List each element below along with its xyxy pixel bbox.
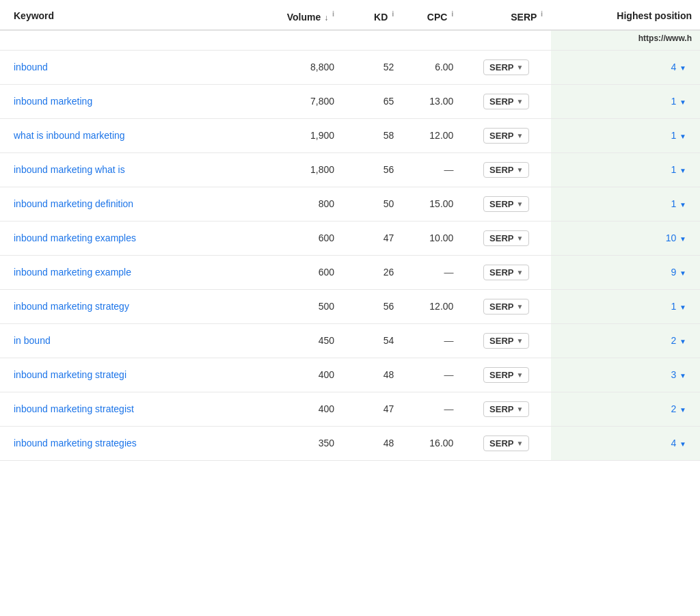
position-dropdown-icon[interactable]: ▼ (677, 440, 686, 448)
keyword-link[interactable]: inbound marketing strategist (14, 403, 134, 414)
position-dropdown-icon[interactable]: ▼ (677, 235, 686, 243)
position-dropdown-icon[interactable]: ▼ (677, 201, 686, 209)
keyword-link[interactable]: inbound marketing example (14, 267, 131, 278)
keyword-link[interactable]: inbound marketing definition (14, 198, 133, 209)
kd-cell: 26 (342, 255, 402, 289)
serp-button[interactable]: SERP▼ (483, 230, 529, 246)
cpc-info-icon: i (451, 10, 453, 18)
volume-cell: 350 (253, 426, 342, 460)
serp-label: SERP (489, 438, 513, 448)
position-value: 4 (671, 438, 677, 448)
serp-button[interactable]: SERP▼ (483, 401, 529, 417)
position-dropdown-icon[interactable]: ▼ (677, 64, 686, 72)
col-header-highest-position: Highest position (551, 0, 700, 30)
keyword-cell: inbound marketing strategi (0, 358, 253, 392)
serp-button[interactable]: SERP▼ (483, 196, 529, 212)
keyword-link[interactable]: inbound marketing what is (14, 164, 125, 175)
serp-button[interactable]: SERP▼ (483, 162, 529, 178)
serp-button[interactable]: SERP▼ (483, 59, 529, 75)
serp-label: SERP (489, 62, 513, 72)
serp-cell: SERP▼ (461, 118, 551, 152)
volume-cell: 400 (253, 392, 342, 426)
cpc-cell: 10.00 (402, 221, 461, 255)
serp-button[interactable]: SERP▼ (483, 265, 529, 280)
kd-cell: 50 (342, 187, 402, 221)
keyword-cell: inbound marketing examples (0, 221, 253, 255)
serp-dropdown-icon: ▼ (516, 166, 523, 174)
sort-arrow-icon: ↓ (324, 13, 328, 23)
table-row: inbound8,800526.00SERP▼4 ▼ (0, 50, 700, 84)
position-dropdown-icon[interactable]: ▼ (677, 269, 686, 277)
position-cell: 1 ▼ (551, 289, 700, 323)
serp-button[interactable]: SERP▼ (483, 128, 529, 144)
keyword-link[interactable]: inbound marketing strategi (14, 369, 126, 380)
keyword-link[interactable]: inbound marketing strategies (14, 438, 137, 448)
position-dropdown-icon[interactable]: ▼ (677, 372, 686, 379)
serp-cell: SERP▼ (461, 187, 551, 221)
sub-url-header: https://www.h (551, 30, 700, 51)
keyword-link[interactable]: inbound marketing (14, 96, 92, 107)
serp-label: SERP (489, 370, 513, 380)
col-header-serp[interactable]: SERP i (461, 0, 551, 30)
keyword-link[interactable]: what is inbound marketing (14, 130, 125, 141)
main-container: Keyword Volume ↓ i KD i CPC i SERP i (0, 0, 700, 616)
serp-dropdown-icon: ▼ (516, 235, 523, 242)
cpc-cell: — (402, 255, 461, 289)
volume-cell: 450 (253, 323, 342, 358)
serp-button[interactable]: SERP▼ (483, 333, 529, 349)
volume-cell: 500 (253, 289, 342, 323)
volume-cell: 7,800 (253, 84, 342, 118)
position-value: 3 (671, 369, 677, 380)
position-value: 1 (671, 301, 677, 312)
keyword-link[interactable]: inbound marketing strategy (14, 301, 129, 312)
position-dropdown-icon[interactable]: ▼ (677, 167, 686, 174)
position-cell: 10 ▼ (551, 221, 700, 255)
serp-cell: SERP▼ (461, 255, 551, 289)
position-dropdown-icon[interactable]: ▼ (677, 338, 686, 345)
keyword-cell: inbound marketing example (0, 255, 253, 289)
cpc-cell: 13.00 (402, 84, 461, 118)
volume-cell: 600 (253, 221, 342, 255)
kd-cell: 47 (342, 392, 402, 426)
kd-info-icon: i (392, 10, 394, 18)
position-value: 1 (671, 198, 677, 209)
position-value: 2 (671, 403, 677, 414)
keyword-cell: inbound marketing definition (0, 187, 253, 221)
cpc-cell: 15.00 (402, 187, 461, 221)
kd-cell: 56 (342, 289, 402, 323)
col-header-volume[interactable]: Volume ↓ i (253, 0, 342, 30)
table-row: inbound marketing examples6004710.00SERP… (0, 221, 700, 255)
serp-button[interactable]: SERP▼ (483, 367, 529, 383)
keyword-link[interactable]: inbound marketing examples (14, 232, 136, 243)
table-row: inbound marketing what is1,80056—SERP▼1 … (0, 152, 700, 187)
keyword-cell: what is inbound marketing (0, 118, 253, 152)
position-dropdown-icon[interactable]: ▼ (677, 406, 686, 414)
keyword-cell: in bound (0, 323, 253, 358)
serp-cell: SERP▼ (461, 289, 551, 323)
serp-button[interactable]: SERP▼ (483, 436, 529, 451)
keyword-link[interactable]: in bound (14, 335, 51, 346)
volume-cell: 8,800 (253, 50, 342, 84)
kd-cell: 47 (342, 221, 402, 255)
serp-cell: SERP▼ (461, 50, 551, 84)
keyword-table: Keyword Volume ↓ i KD i CPC i SERP i (0, 0, 700, 461)
serp-button[interactable]: SERP▼ (483, 299, 529, 314)
serp-dropdown-icon: ▼ (516, 64, 523, 71)
table-body: inbound8,800526.00SERP▼4 ▼inbound market… (0, 50, 700, 460)
table-header-row: Keyword Volume ↓ i KD i CPC i SERP i (0, 0, 700, 30)
position-dropdown-icon[interactable]: ▼ (677, 133, 686, 140)
position-dropdown-icon[interactable]: ▼ (677, 304, 686, 311)
position-dropdown-icon[interactable]: ▼ (677, 98, 686, 106)
table-subheader-row: https://www.h (0, 30, 700, 51)
serp-cell: SERP▼ (461, 426, 551, 460)
keyword-cell: inbound marketing strategies (0, 426, 253, 460)
kd-cell: 65 (342, 84, 402, 118)
serp-cell: SERP▼ (461, 221, 551, 255)
position-value: 1 (671, 96, 677, 107)
col-header-cpc[interactable]: CPC i (402, 0, 461, 30)
serp-button[interactable]: SERP▼ (483, 94, 529, 109)
serp-dropdown-icon: ▼ (516, 440, 523, 447)
position-cell: 2 ▼ (551, 392, 700, 426)
col-header-kd[interactable]: KD i (342, 0, 402, 30)
keyword-link[interactable]: inbound (14, 62, 48, 72)
